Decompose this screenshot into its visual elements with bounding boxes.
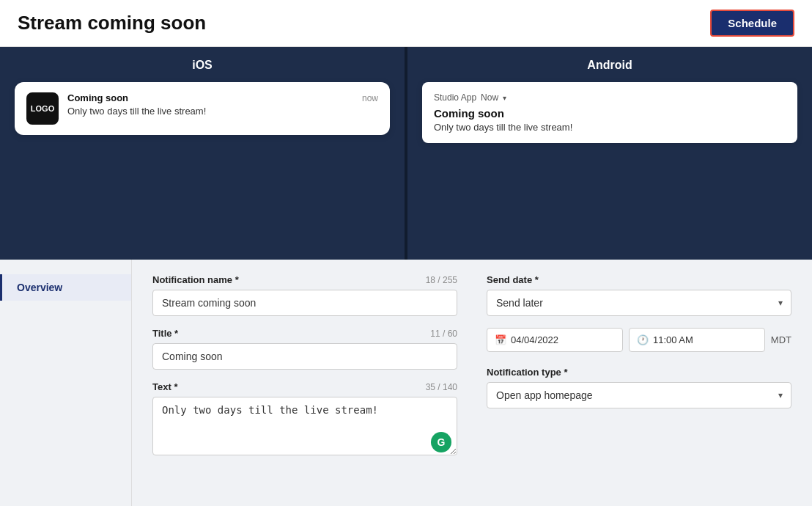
ios-preview-column: iOS LOGO Coming soon now Only two days t… (0, 47, 407, 260)
text-counter: 35 / 140 (426, 382, 457, 392)
ios-notification-header-row: Coming soon now (67, 92, 378, 103)
text-textarea-wrapper (152, 397, 457, 458)
ios-notification-body: Only two days till the live stream! (67, 106, 378, 117)
notification-type-select-wrapper: Open app homepageDeep linkURL ▾ (487, 382, 791, 408)
date-field[interactable]: 📅 04/04/2022 (487, 328, 623, 352)
title-group: Title * 11 / 60 (152, 328, 457, 370)
form-right-column: Send date * Send laterSend nowScheduled … (487, 274, 791, 470)
ios-app-logo: LOGO (26, 92, 59, 125)
ios-notification-time: now (362, 93, 378, 103)
notification-name-input[interactable] (152, 290, 457, 316)
schedule-button[interactable]: Schedule (710, 10, 794, 37)
android-preview-column: Android Studio App Now ▾ Coming soon Onl… (407, 47, 812, 260)
timezone-label: MDT (771, 334, 791, 345)
notification-type-select[interactable]: Open app homepageDeep linkURL (487, 382, 791, 408)
android-notification-title: Coming soon (434, 107, 786, 120)
notification-type-label: Notification type * (487, 367, 568, 378)
ios-notification-title: Coming soon (67, 92, 128, 103)
date-value: 04/04/2022 (511, 334, 558, 345)
text-textarea[interactable] (152, 397, 457, 455)
notification-type-group: Notification type * Open app homepageDee… (487, 367, 791, 408)
text-label-row: Text * 35 / 140 (152, 381, 457, 392)
text-label: Text * (152, 381, 177, 392)
ios-notification-content: Coming soon now Only two days till the l… (67, 92, 378, 117)
clock-icon: 🕐 (637, 334, 649, 345)
chevron-down-icon: ▾ (503, 94, 506, 102)
android-notification-header-row: Studio App Now ▾ (434, 92, 786, 103)
calendar-icon: 📅 (495, 334, 506, 345)
sidebar: Overview (0, 260, 132, 506)
send-date-label-row: Send date * (487, 274, 791, 285)
send-date-group: Send date * Send laterSend nowScheduled … (487, 274, 791, 316)
title-label-row: Title * 11 / 60 (152, 328, 457, 339)
android-notification-time: Now (481, 92, 498, 103)
notification-name-counter: 18 / 255 (426, 275, 457, 285)
text-group: Text * 35 / 140 (152, 381, 457, 458)
ios-notification-card: LOGO Coming soon now Only two days till … (15, 82, 390, 135)
title-label: Title * (152, 328, 178, 339)
send-date-select[interactable]: Send laterSend nowScheduled (487, 290, 791, 316)
notification-name-label-row: Notification name * 18 / 255 (152, 274, 457, 285)
page-title: Stream coming soon (18, 12, 206, 34)
ios-platform-label: iOS (15, 59, 390, 72)
notification-name-label: Notification name * (152, 274, 239, 285)
title-counter: 11 / 60 (430, 329, 457, 339)
header: Stream coming soon Schedule (0, 0, 812, 47)
sidebar-item-overview[interactable]: Overview (0, 274, 131, 301)
notification-type-label-row: Notification type * (487, 367, 791, 378)
android-app-name: Studio App (434, 92, 476, 103)
form-grid: Notification name * 18 / 255 Title * 11 … (152, 274, 791, 470)
datetime-row: 📅 04/04/2022 🕐 11:00 AM MDT (487, 328, 791, 352)
preview-area: iOS LOGO Coming soon now Only two days t… (0, 47, 812, 260)
android-notification-body: Only two days till the live stream! (434, 122, 786, 133)
title-input[interactable] (152, 343, 457, 370)
time-value: 11:00 AM (653, 334, 693, 345)
form-left-column: Notification name * 18 / 255 Title * 11 … (152, 274, 457, 470)
android-platform-label: Android (422, 59, 797, 72)
send-date-select-wrapper: Send laterSend nowScheduled ▾ (487, 290, 791, 316)
send-date-label: Send date * (487, 274, 539, 285)
time-field[interactable]: 🕐 11:00 AM (629, 328, 765, 352)
form-area: Notification name * 18 / 255 Title * 11 … (132, 260, 812, 506)
content-area: Overview Notification name * 18 / 255 Ti (0, 260, 812, 506)
notification-name-group: Notification name * 18 / 255 (152, 274, 457, 316)
android-notification-card: Studio App Now ▾ Coming soon Only two da… (422, 82, 797, 143)
grammarly-button[interactable] (431, 432, 451, 452)
